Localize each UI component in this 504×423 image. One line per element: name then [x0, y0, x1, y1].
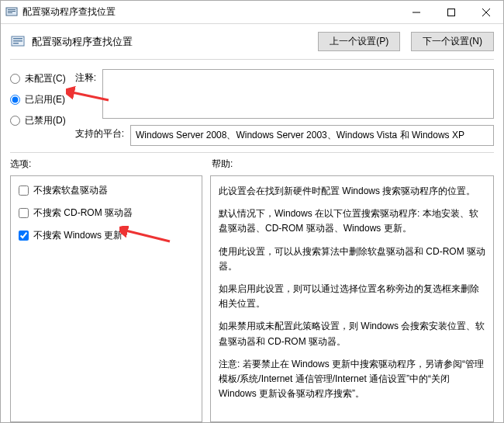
comment-textarea[interactable] — [102, 69, 494, 119]
minimize-button[interactable] — [399, 1, 433, 24]
titlebar: 配置驱动程序查找位置 — [1, 1, 503, 24]
radio-not-configured[interactable]: 未配置(C) — [10, 72, 66, 85]
checkbox-no-cdrom[interactable]: 不搜索 CD-ROM 驱动器 — [19, 206, 194, 220]
svg-rect-2 — [8, 11, 16, 12]
options-section-label: 选项: — [10, 158, 202, 171]
comment-label: 注释: — [75, 69, 96, 85]
help-text: 注意: 若要禁止在 Windows 更新中搜索驱动程序，另请参阅“管理模板/系统… — [219, 357, 485, 402]
page-title: 配置驱动程序查找位置 — [32, 35, 307, 49]
maximize-button[interactable] — [433, 1, 468, 24]
help-text: 默认情况下，Windows 在以下位置搜索驱动程序: 本地安装、软盘驱动器、CD… — [219, 206, 485, 236]
checkbox-no-floppy-input[interactable] — [19, 185, 29, 196]
next-setting-button[interactable]: 下一个设置(N) — [411, 32, 494, 51]
platform-label: 支持的平台: — [75, 125, 124, 140]
close-button[interactable] — [468, 1, 503, 24]
help-text: 使用此设置，可以从搜索算法中删除软盘驱动器和 CD-ROM 驱动器。 — [219, 244, 485, 274]
svg-rect-5 — [447, 9, 454, 16]
prev-setting-button[interactable]: 上一个设置(P) — [318, 32, 400, 51]
svg-rect-9 — [13, 38, 22, 40]
checkbox-no-windows-update[interactable]: 不搜索 Windows 更新 — [19, 229, 194, 242]
checkbox-no-floppy[interactable]: 不搜索软盘驱动器 — [19, 184, 194, 197]
options-panel: 不搜索软盘驱动器 不搜索 CD-ROM 驱动器 不搜索 Windows 更新 — [10, 175, 202, 422]
radio-disabled[interactable]: 已禁用(D) — [10, 114, 66, 127]
app-icon — [5, 6, 18, 19]
radio-enabled[interactable]: 已启用(E) — [10, 93, 66, 106]
radio-disabled-input[interactable] — [10, 116, 20, 126]
svg-rect-3 — [8, 12, 12, 13]
help-text: 此设置会在找到新硬件时配置 Windows 搜索驱动程序的位置。 — [219, 184, 485, 199]
platform-value: Windows Server 2008、Windows Server 2003、… — [130, 125, 494, 146]
window-title: 配置驱动程序查找位置 — [22, 5, 399, 19]
help-text: 如果禁用或未配置此策略设置，则 Windows 会搜索安装位置、软盘驱动器和 C… — [219, 319, 485, 348]
svg-rect-10 — [13, 40, 22, 42]
radio-not-configured-input[interactable] — [10, 74, 20, 84]
state-radio-group: 未配置(C) 已启用(E) 已禁用(D) — [10, 69, 66, 146]
svg-rect-1 — [8, 9, 16, 10]
svg-rect-11 — [13, 43, 19, 44]
checkbox-no-cdrom-input[interactable] — [19, 208, 29, 218]
policy-icon — [10, 34, 26, 50]
help-panel[interactable]: 此设置会在找到新硬件时配置 Windows 搜索驱动程序的位置。 默认情况下，W… — [210, 175, 494, 422]
help-text: 如果启用此设置，则可以通过选择位置名称旁边的复选框来删除相关位置。 — [219, 282, 485, 311]
checkbox-no-windows-update-input[interactable] — [19, 231, 29, 241]
radio-enabled-input[interactable] — [10, 95, 20, 105]
help-section-label: 帮助: — [212, 158, 494, 171]
header-row: 配置驱动程序查找位置 上一个设置(P) 下一个设置(N) — [1, 24, 503, 59]
